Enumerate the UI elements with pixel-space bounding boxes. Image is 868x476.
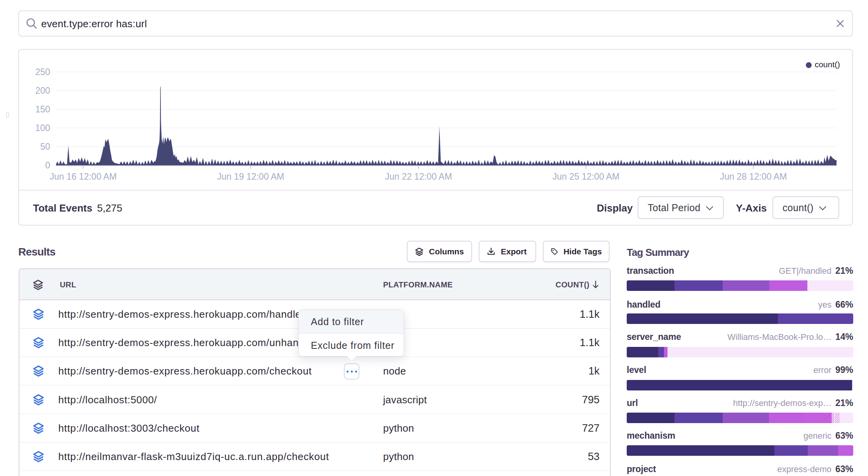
svg-text:Jun 25 12:00 AM: Jun 25 12:00 AM xyxy=(553,172,620,182)
svg-text:Jun 19 12:00 AM: Jun 19 12:00 AM xyxy=(217,172,284,182)
svg-text:Jun 28 12:00 AM: Jun 28 12:00 AM xyxy=(720,172,787,182)
svg-text:Jun 16 12:00 AM: Jun 16 12:00 AM xyxy=(50,172,117,182)
svg-text:50: 50 xyxy=(40,142,50,152)
svg-text:150: 150 xyxy=(35,104,50,114)
svg-text:Jun 22 12:00 AM: Jun 22 12:00 AM xyxy=(385,172,452,182)
svg-text:0: 0 xyxy=(45,160,50,170)
svg-text:100: 100 xyxy=(35,123,50,133)
svg-text:200: 200 xyxy=(35,86,50,96)
svg-text:250: 250 xyxy=(35,67,50,77)
